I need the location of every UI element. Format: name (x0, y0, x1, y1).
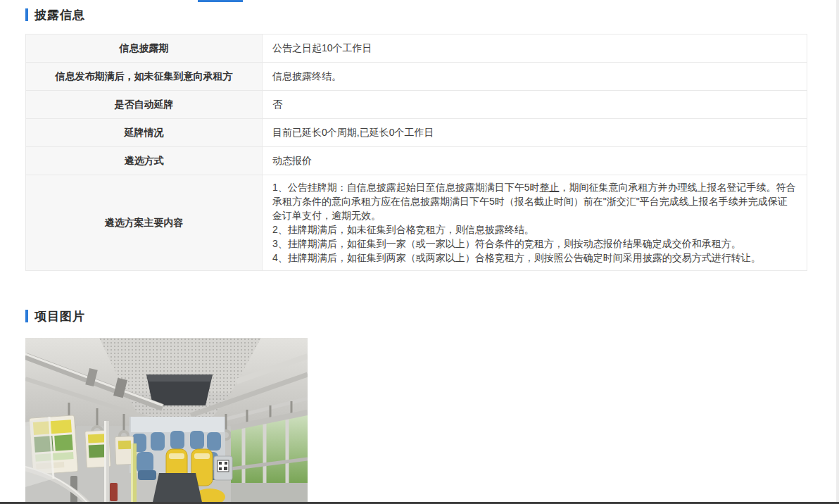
table-row: 延牌情况 目前已延长0个周期,已延长0个工作日 (26, 119, 807, 147)
underlined-text: 整止 (540, 182, 560, 193)
row-label: 是否自动延牌 (26, 91, 263, 118)
row-value: 目前已延长0个周期,已延长0个工作日 (263, 119, 807, 146)
table-row-plan: 遴选方案主要内容 1、公告挂牌期：自信息披露起始日至信息披露期满日下午5时整止，… (26, 175, 807, 271)
section-title-images: 项目图片 (34, 308, 85, 325)
row-label: 信息发布期满后，如未征集到意向承租方 (26, 63, 263, 90)
row-label: 信息披露期 (26, 34, 263, 62)
disclosure-table: 信息披露期 公告之日起10个工作日 信息发布期满后，如未征集到意向承租方 信息披… (25, 34, 807, 271)
section-header-disclosure: 披露信息 (25, 7, 807, 23)
active-tab-indicator (198, 0, 243, 2)
project-photo-thumbnail[interactable] (25, 338, 308, 504)
row-label: 延牌情况 (26, 119, 263, 146)
scrollbar[interactable] (836, 0, 839, 504)
section-project-images: 项目图片 (25, 308, 807, 504)
bus-interior-photo (25, 338, 308, 504)
row-value: 动态报价 (263, 147, 807, 175)
section-header-images: 项目图片 (25, 308, 807, 324)
plan-line-1: 1、公告挂牌期：自信息披露起始日至信息披露期满日下午5时整止，期间征集意向承租方… (272, 180, 797, 222)
table-row: 信息发布期满后，如未征集到意向承租方 信息披露终结。 (26, 63, 807, 91)
row-value: 否 (263, 91, 807, 118)
plan-line-4: 4、挂牌期满后，如征集到两家（或两家以上）合格竞租方，则按照公告确定时间采用披露… (272, 251, 797, 265)
table-row: 是否自动延牌 否 (26, 91, 807, 119)
plan-line-3: 3、挂牌期满后，如征集到一家（或一家以上）符合条件的竞租方，则按动态报价结果确定… (272, 237, 797, 251)
table-row: 遴选方式 动态报价 (26, 147, 807, 175)
section-accent-bar (25, 8, 28, 21)
section-accent-bar (25, 310, 28, 322)
row-value-plan: 1、公告挂牌期：自信息披露起始日至信息披露期满日下午5时整止，期间征集意向承租方… (263, 175, 807, 270)
section-title-disclosure: 披露信息 (34, 7, 85, 23)
row-label: 遴选方式 (26, 147, 263, 175)
row-value: 公告之日起10个工作日 (263, 34, 807, 62)
row-value: 信息披露终结。 (263, 63, 807, 90)
row-label: 遴选方案主要内容 (26, 175, 263, 270)
plan-line-2: 2、挂牌期满后，如未征集到合格竞租方，则信息披露终结。 (272, 222, 797, 237)
table-row: 信息披露期 公告之日起10个工作日 (26, 34, 807, 63)
page-content: 披露信息 信息披露期 公告之日起10个工作日 信息发布期满后，如未征集到意向承租… (25, 7, 807, 504)
